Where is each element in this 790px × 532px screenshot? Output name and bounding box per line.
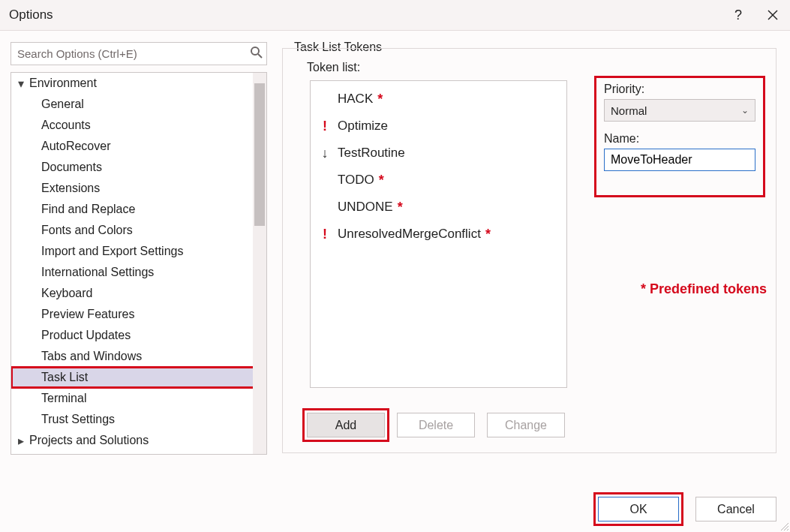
tree-item-fonts-colors[interactable]: Fonts and Colors	[11, 220, 266, 241]
tree-item-documents[interactable]: Documents	[11, 157, 266, 178]
tree-label: Tabs and Windows	[41, 350, 142, 363]
token-row-optimize[interactable]: ! Optimize	[311, 113, 566, 140]
button-label: OK	[629, 503, 647, 516]
token-actions: Add Delete Change	[307, 413, 565, 437]
search-icon[interactable]	[250, 46, 263, 62]
tree-item-accounts[interactable]: Accounts	[11, 115, 266, 136]
token-name: Optimize	[338, 119, 388, 134]
exclamation-icon: !	[317, 119, 333, 134]
button-label: Add	[335, 419, 356, 432]
titlebar: Options ?	[0, 0, 790, 31]
expander-icon: ▸	[16, 434, 26, 448]
tree-label: General	[41, 98, 84, 111]
tree-label: Projects and Solutions	[29, 434, 149, 447]
token-list-label: Token list:	[307, 61, 360, 74]
tree-item-intl-settings[interactable]: International Settings	[11, 262, 266, 283]
tree-label: Fonts and Colors	[41, 224, 133, 237]
ok-button[interactable]: OK	[598, 497, 679, 521]
token-name: HACK	[338, 92, 373, 107]
tree-label: Product Updates	[41, 329, 131, 342]
name-label: Name:	[604, 132, 755, 146]
tree-item-general[interactable]: General	[11, 94, 266, 115]
resize-grip[interactable]	[778, 520, 788, 530]
tree-item-import-export[interactable]: Import and Export Settings	[11, 241, 266, 262]
svg-point-2	[251, 47, 259, 55]
token-name: TestRoutine	[338, 146, 405, 161]
priority-select[interactable]: Normal ⌄	[604, 99, 755, 122]
svg-line-6	[787, 529, 788, 530]
token-row-hack[interactable]: HACK *	[311, 86, 566, 113]
expander-icon: ▾	[16, 77, 26, 91]
exclamation-icon: !	[317, 227, 333, 242]
tree-item-environment[interactable]: ▾ Environment	[11, 73, 266, 94]
asterisk-icon: *	[485, 227, 491, 242]
button-label: Delete	[419, 419, 453, 432]
asterisk-icon: *	[398, 200, 403, 215]
predefined-annotation: * Predefined tokens	[641, 281, 767, 297]
dialog-buttons: OK Cancel	[598, 497, 776, 521]
button-label: Cancel	[717, 503, 755, 516]
arrow-down-icon: ↓	[317, 146, 333, 161]
change-button[interactable]: Change	[487, 413, 565, 437]
tree-item-projects-solutions[interactable]: ▸ Projects and Solutions	[11, 430, 266, 451]
tree-label: Find and Replace	[41, 203, 135, 216]
tree-label: Import and Export Settings	[41, 245, 183, 258]
tree-item-preview-features[interactable]: Preview Features	[11, 304, 266, 325]
tree-label: Terminal	[41, 392, 86, 405]
tree-item-product-updates[interactable]: Product Updates	[11, 325, 266, 346]
token-name: TODO	[338, 173, 374, 188]
name-input[interactable]	[604, 149, 755, 171]
tree-scrollbar-thumb[interactable]	[254, 83, 265, 226]
token-name: UNDONE	[338, 200, 393, 215]
button-label: Change	[505, 419, 547, 432]
options-tree[interactable]: ▾ Environment General Accounts AutoRecov…	[11, 72, 267, 455]
svg-line-3	[258, 54, 262, 58]
token-list[interactable]: HACK * ! Optimize ↓ TestRoutine TODO *	[310, 80, 567, 388]
tree-label: Environment	[29, 77, 97, 90]
tree-item-task-list[interactable]: Task List	[11, 367, 266, 388]
tree-label: Accounts	[41, 119, 91, 132]
close-button[interactable]	[755, 0, 790, 31]
help-icon: ?	[734, 8, 742, 23]
tree-item-extensions[interactable]: Extensions	[11, 178, 266, 199]
delete-button[interactable]: Delete	[397, 413, 475, 437]
tree-label: Documents	[41, 161, 102, 174]
help-button[interactable]: ?	[721, 0, 755, 31]
window-title: Options	[9, 8, 53, 23]
asterisk-icon: *	[377, 92, 383, 107]
tree-label: Trust Settings	[41, 413, 115, 426]
tree-scrollbar-track[interactable]	[253, 73, 266, 454]
tree-item-autorecover[interactable]: AutoRecover	[11, 136, 266, 157]
token-row-undone[interactable]: UNDONE *	[311, 194, 566, 221]
tree-item-terminal[interactable]: Terminal	[11, 388, 266, 409]
priority-label: Priority:	[604, 83, 755, 96]
tree-item-find-replace[interactable]: Find and Replace	[11, 199, 266, 220]
tree-label: Extensions	[41, 182, 100, 195]
task-list-panel: Task List Tokens Token list: HACK * ! Op…	[282, 42, 776, 492]
tree-item-tabs-windows[interactable]: Tabs and Windows	[11, 346, 266, 367]
tree-label: Keyboard	[41, 287, 93, 300]
token-name: UnresolvedMergeConflict	[338, 227, 481, 242]
search-input[interactable]	[11, 42, 267, 65]
priority-value: Normal	[611, 104, 647, 117]
token-row-testroutine[interactable]: ↓ TestRoutine	[311, 140, 566, 167]
tree-label: Task List	[41, 371, 88, 384]
tree-label: AutoRecover	[41, 140, 111, 153]
tree-item-keyboard[interactable]: Keyboard	[11, 283, 266, 304]
fieldset: Token list: HACK * ! Optimize ↓ TestRout…	[282, 48, 776, 453]
token-row-todo[interactable]: TODO *	[311, 167, 566, 194]
token-row-mergeconflict[interactable]: ! UnresolvedMergeConflict *	[311, 221, 566, 248]
search-box	[11, 42, 267, 65]
add-button[interactable]: Add	[307, 413, 385, 437]
cancel-button[interactable]: Cancel	[695, 497, 776, 521]
tree-label: Preview Features	[41, 308, 135, 321]
close-icon	[767, 10, 778, 20]
asterisk-icon: *	[379, 173, 384, 188]
tree-label: International Settings	[41, 266, 154, 279]
priority-name-group: Priority: Normal ⌄ Name:	[594, 76, 765, 197]
tree-item-trust-settings[interactable]: Trust Settings	[11, 409, 266, 430]
chevron-down-icon: ⌄	[741, 105, 749, 116]
